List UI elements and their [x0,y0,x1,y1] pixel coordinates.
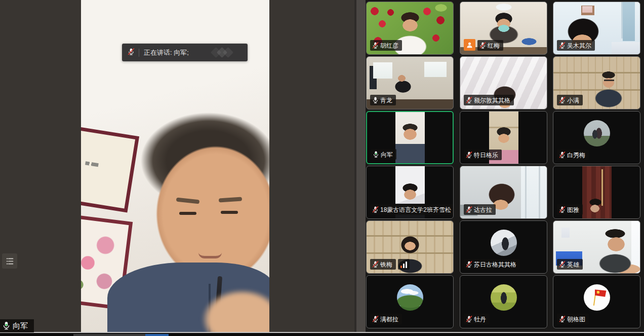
participant-name: 英雄 [567,262,579,268]
mic-on-icon [2,321,11,332]
tile-badge-row: 胡红彦 [370,40,402,51]
background-window-sliver [0,333,644,336]
mic-muted-icon [372,315,379,323]
avatar [397,284,423,311]
mic-muted-icon [558,206,566,213]
host-badge-icon [464,39,475,51]
participant-name-label: 胡红彦 [370,40,402,51]
participant-name: 青龙 [380,97,392,103]
main-speaker-name-label: 向军 [0,319,34,332]
tile-badge-row: 英雄 [557,259,583,270]
speaker-eye [179,212,196,215]
tile-badge-row: 18蒙古语言文学2班齐雪松 [370,204,454,215]
mic-muted-icon [372,42,379,49]
tile-badge-row: 铁梅 [370,259,410,270]
grid-scrollbar[interactable] [354,0,366,332]
mic-muted-icon [465,315,473,323]
participant-name: 胡红彦 [380,43,398,49]
tile-badge-row: 小满 [557,95,583,105]
participant-tile[interactable]: 向军 [366,111,454,164]
tile-badge-row: 白秀梅 [557,150,589,160]
tile-badge-row: 特日格乐 [464,150,502,160]
tile-badge-row: 图雅 [557,204,583,215]
app-watermark-icon [211,47,235,58]
participant-name: 苏日古格其其格 [474,262,516,268]
mic-muted-icon [558,260,566,268]
tile-badge-row: 苏日古格其其格 [464,259,520,270]
participant-tile[interactable]: 牡丹 [460,275,547,328]
participant-name-label: 特日格乐 [464,150,502,160]
mic-muted-icon [479,42,487,49]
video-feed [582,166,612,218]
participant-tile[interactable]: 白秀梅 [553,111,640,164]
mic-muted-icon [465,151,473,159]
speaker-eye [221,211,238,214]
mic-muted-icon [558,151,566,159]
participant-name: 达古拉 [474,207,492,213]
participant-tile[interactable]: 青龙 [366,56,454,109]
background-window-accent [145,334,169,336]
member-list-button[interactable] [2,253,17,269]
network-signal-icon [398,259,410,270]
meeting-window: 正在讲话: 向军; 向军 胡红彦红梅吴木其尔青龙额尔敦其其格小满向军特日格乐白秀… [0,0,644,336]
tile-badge-row: 牡丹 [464,314,490,324]
tile-badge-row: 达古拉 [464,204,496,215]
video-feed [395,112,425,163]
background-window-bar [73,334,145,336]
stage-pane: 正在讲话: 向军; 向军 [0,0,354,332]
participant-tile[interactable]: 铁梅 [366,220,454,274]
participant-tile[interactable]: 朝格图 [553,275,640,328]
avatar [584,284,610,311]
participant-tile[interactable]: 图雅 [553,166,640,219]
participant-tile[interactable]: 胡红彦 [366,2,454,55]
participant-name-label: 苏日古格其其格 [464,259,520,270]
toast-divider [139,49,139,57]
participant-tile[interactable]: 红梅 [460,2,547,55]
participant-name-label: 达古拉 [464,204,496,215]
participant-name: 红梅 [488,43,500,49]
participant-tile[interactable]: 苏日古格其其格 [460,220,547,274]
tile-badge-row: 吴木其尔 [557,40,595,51]
avatar [584,120,610,146]
participant-name: 额尔敦其其格 [474,97,510,103]
participant-name: 图雅 [567,207,579,213]
participant-tile[interactable]: 吴木其尔 [553,2,640,55]
speaker-mouth [198,252,222,258]
participant-name-label: 青龙 [370,95,396,105]
mic-on-icon [372,96,379,104]
mic-muted-icon [465,260,473,268]
mic-muted-icon [127,48,135,58]
avatar [491,284,517,311]
participant-name-label: 18蒙古语言文学2班齐雪松 [370,204,454,215]
participant-name: 牡丹 [474,316,486,322]
participant-name-label: 红梅 [477,40,503,51]
participant-tile[interactable]: 额尔敦其其格 [460,56,547,109]
tile-badge-row: 朝格图 [557,314,589,324]
participant-name: 特日格乐 [474,152,498,158]
participant-name-label: 吴木其尔 [557,40,595,51]
speaking-toast-text: 正在讲话: 向军; [144,48,189,57]
participant-tile[interactable]: 小满 [553,56,640,109]
participant-name-label: 满都拉 [370,314,402,324]
participant-name: 铁梅 [380,262,392,268]
participant-name: 小满 [567,97,579,103]
participant-tile[interactable]: 满都拉 [366,275,454,328]
participant-name: 白秀梅 [567,152,585,158]
participant-name-label: 铁梅 [370,259,396,270]
avatar [491,230,517,256]
participant-name: 满都拉 [380,316,398,322]
speaking-toast: 正在讲话: 向军; [122,44,248,61]
participant-tile[interactable]: 18蒙古语言文学2班齐雪松 [366,166,454,219]
participant-tile[interactable]: 英雄 [553,220,640,274]
list-icon [6,257,14,266]
participant-name-label: 朝格图 [557,314,589,324]
mic-on-icon [372,151,380,158]
participant-tile[interactable]: 特日格乐 [460,111,547,164]
mic-muted-icon [372,206,379,213]
participant-tile[interactable]: 达古拉 [460,166,547,219]
participant-name: 吴木其尔 [567,43,591,49]
participant-name: 18蒙古语言文学2班齐雪松 [380,207,451,213]
main-speaker-name: 向军 [13,321,28,331]
participant-name-label: 白秀梅 [557,150,589,160]
tile-badge-row: 向军 [371,149,396,160]
